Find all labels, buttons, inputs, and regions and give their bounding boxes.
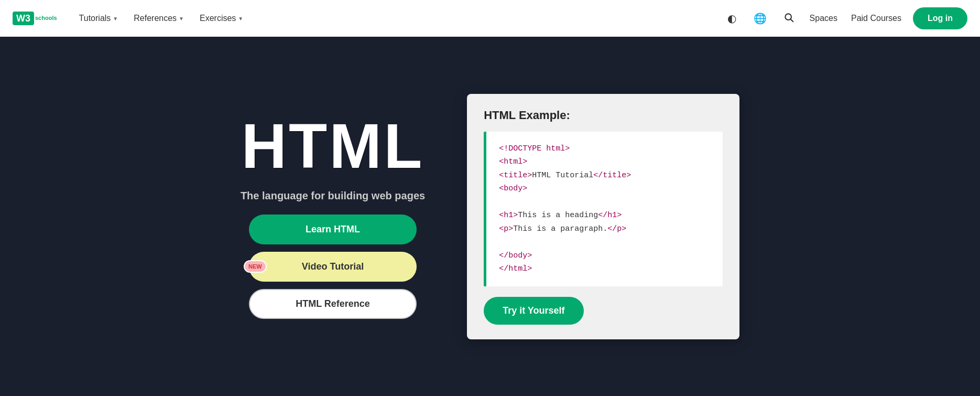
code-card: HTML Example: <!DOCTYPE html> <html> <ti… xyxy=(467,94,739,339)
nav-references[interactable]: References ▼ xyxy=(127,9,190,27)
contrast-toggle-button[interactable]: ◐ xyxy=(723,9,742,28)
learn-html-button[interactable]: Learn HTML xyxy=(249,215,417,244)
hero-subtitle: The language for building web pages xyxy=(241,190,425,202)
contrast-icon: ◐ xyxy=(727,12,736,25)
html-open-tag: <html> xyxy=(499,157,527,166)
p-open-tag: <p> xyxy=(499,224,513,233)
logo-w3: W3 xyxy=(13,12,34,25)
language-button[interactable]: 🌐 xyxy=(751,9,770,28)
search-icon xyxy=(783,12,794,25)
code-line-9: </body> xyxy=(499,249,710,263)
spaces-button[interactable]: Spaces xyxy=(808,9,840,27)
body-close-tag: </body> xyxy=(499,251,532,260)
title-open-tag: <title> xyxy=(499,171,532,180)
references-chevron-icon: ▼ xyxy=(179,16,184,22)
code-line-5 xyxy=(499,196,710,209)
video-tutorial-button[interactable]: Video Tutorial xyxy=(249,252,417,282)
p-text: This is a paragraph. xyxy=(513,224,607,233)
exercises-label: Exercises xyxy=(200,14,236,23)
body-open-tag: <body> xyxy=(499,184,527,193)
code-line-2: <html> xyxy=(499,155,710,169)
html-reference-button[interactable]: HTML Reference xyxy=(249,289,417,319)
code-line-8 xyxy=(499,236,710,249)
video-tutorial-wrap: NEW Video Tutorial xyxy=(249,252,417,282)
nav-exercises[interactable]: Exercises ▼ xyxy=(193,9,249,27)
logo[interactable]: W3 schools xyxy=(13,12,57,25)
p-close-tag: </p> xyxy=(607,224,626,233)
doctype-tag: <!DOCTYPE html> xyxy=(499,144,570,153)
h1-text: This is a heading xyxy=(518,211,598,220)
hero-title: HTML xyxy=(241,114,424,177)
code-line-10: </html> xyxy=(499,262,710,276)
code-line-6: <h1>This is a heading</h1> xyxy=(499,209,710,222)
nav-links: Tutorials ▼ References ▼ Exercises ▼ xyxy=(73,9,712,27)
title-text: HTML Tutorial xyxy=(532,171,593,180)
code-line-7: <p>This is a paragraph.</p> xyxy=(499,222,710,236)
code-line-1: <!DOCTYPE html> xyxy=(499,142,710,156)
navbar: W3 schools Tutorials ▼ References ▼ Exer… xyxy=(0,0,980,37)
login-button[interactable]: Log in xyxy=(913,7,967,29)
hero-section: HTML The language for building web pages… xyxy=(0,37,980,396)
code-card-title: HTML Example: xyxy=(484,109,723,122)
references-label: References xyxy=(134,14,177,23)
new-badge: NEW xyxy=(244,260,267,273)
hero-left: HTML The language for building web pages… xyxy=(241,114,425,319)
exercises-chevron-icon: ▼ xyxy=(238,16,243,22)
title-close-tag: </title> xyxy=(593,171,631,180)
globe-icon: 🌐 xyxy=(754,12,767,25)
try-it-yourself-button[interactable]: Try it Yourself xyxy=(484,297,583,325)
h1-open-tag: <h1> xyxy=(499,211,518,220)
html-close-tag: </html> xyxy=(499,264,532,273)
h1-close-tag: </h1> xyxy=(598,211,622,220)
svg-line-1 xyxy=(790,19,793,22)
nav-right: ◐ 🌐 Spaces Paid Courses Log in xyxy=(723,7,967,29)
code-line-3: <title>HTML Tutorial</title> xyxy=(499,169,710,183)
nav-tutorials[interactable]: Tutorials ▼ xyxy=(73,9,125,27)
tutorials-label: Tutorials xyxy=(79,14,111,23)
hero-buttons: Learn HTML NEW Video Tutorial HTML Refer… xyxy=(249,215,417,319)
code-line-4: <body> xyxy=(499,182,710,196)
tutorials-chevron-icon: ▼ xyxy=(113,16,118,22)
logo-schools: schools xyxy=(35,15,57,22)
paid-courses-button[interactable]: Paid Courses xyxy=(849,9,903,27)
search-button[interactable] xyxy=(779,9,798,28)
code-example: <!DOCTYPE html> <html> <title>HTML Tutor… xyxy=(484,132,723,286)
